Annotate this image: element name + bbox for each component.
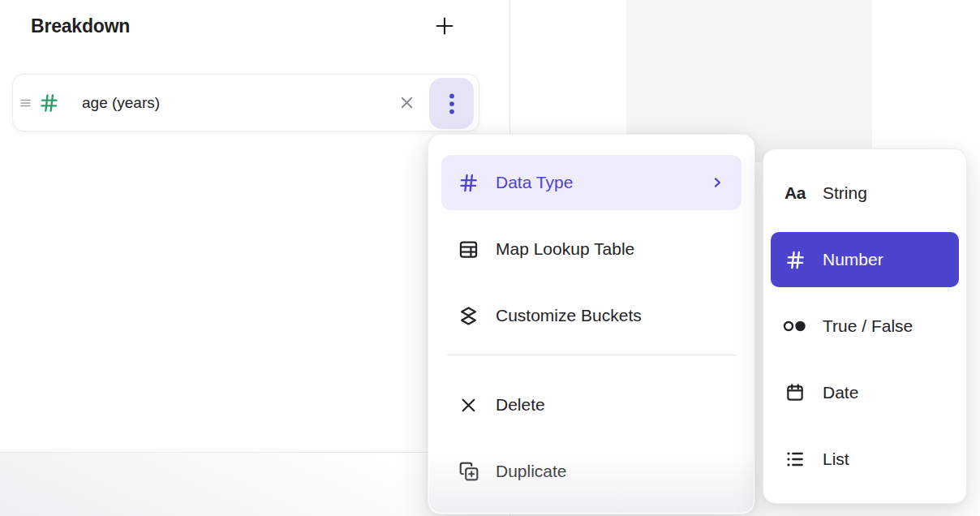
submenu-item-label: String xyxy=(823,183,867,203)
kebab-icon xyxy=(441,90,462,118)
submenu-item-string[interactable]: Aa String xyxy=(771,166,959,221)
submenu-item-true-false[interactable]: True / False xyxy=(771,299,959,354)
plus-icon xyxy=(432,14,457,38)
submenu-item-list[interactable]: List xyxy=(771,432,959,487)
calendar-icon xyxy=(782,381,808,404)
submenu-item-label: Date xyxy=(823,383,858,402)
breakdown-field-card[interactable]: age (years) xyxy=(12,74,479,131)
menu-item-label: Map Lookup Table xyxy=(496,239,634,259)
menu-item-customize-buckets[interactable]: Customize Buckets xyxy=(441,288,741,343)
layers-icon xyxy=(458,305,479,327)
close-icon xyxy=(398,93,416,112)
remove-field-button[interactable] xyxy=(396,92,417,114)
menu-item-label: Data Type xyxy=(496,173,573,192)
copy-plus-icon xyxy=(458,461,479,483)
add-breakdown-button[interactable] xyxy=(430,11,459,41)
table-icon xyxy=(458,239,479,260)
submenu-item-label: True / False xyxy=(823,316,913,336)
true-false-icon xyxy=(782,315,808,338)
drag-handle-icon[interactable] xyxy=(19,97,32,110)
chevron-right-icon xyxy=(709,174,725,191)
submenu-item-date[interactable]: Date xyxy=(771,365,959,420)
field-context-menu: Data Type Map Lookup Table Customize Buc… xyxy=(428,134,755,514)
submenu-item-number[interactable]: Number xyxy=(771,232,959,287)
field-name-label: age (years) xyxy=(82,94,160,112)
menu-item-delete[interactable]: Delete xyxy=(441,377,741,432)
menu-divider xyxy=(446,355,737,355)
close-icon xyxy=(458,394,479,416)
field-options-button[interactable] xyxy=(429,78,474,129)
hash-icon xyxy=(782,248,808,271)
submenu-item-label: List xyxy=(823,449,849,469)
page-title: Breakdown xyxy=(31,15,130,37)
menu-item-label: Delete xyxy=(496,395,545,415)
menu-item-label: Customize Buckets xyxy=(496,306,642,325)
submenu-item-label: Number xyxy=(823,250,883,269)
menu-item-map-lookup-table[interactable]: Map Lookup Table xyxy=(441,221,741,277)
string-icon: Aa xyxy=(782,182,808,204)
menu-item-duplicate[interactable]: Duplicate xyxy=(441,444,741,499)
list-icon xyxy=(782,448,808,471)
menu-item-label: Duplicate xyxy=(496,462,567,481)
menu-item-data-type[interactable]: Data Type xyxy=(441,155,741,210)
hash-icon xyxy=(38,92,60,114)
hash-icon xyxy=(458,172,479,194)
footer-strip xyxy=(0,452,428,516)
data-type-submenu: Aa String Number True / False xyxy=(763,148,967,504)
